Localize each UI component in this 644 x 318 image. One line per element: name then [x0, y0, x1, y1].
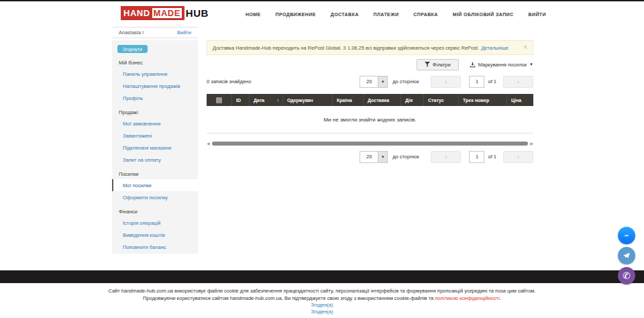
- funnel-icon: [425, 62, 430, 67]
- column-header-id[interactable]: ID: [232, 94, 250, 106]
- scroll-left-icon[interactable]: ◀: [207, 142, 210, 146]
- filters-button[interactable]: Фільтри: [417, 59, 459, 70]
- sidebar-item-connected-shops[interactable]: Підключені магазини: [112, 142, 198, 154]
- page-number-input[interactable]: [469, 76, 484, 88]
- close-icon[interactable]: ×: [523, 44, 527, 51]
- sidebar-item-create-parcel[interactable]: Оформити посилку: [112, 191, 198, 203]
- messenger-bolt-icon: [622, 231, 631, 240]
- parcel-marking-label: Маркування посилок: [478, 62, 527, 68]
- nav-item-account[interactable]: МІЙ ОБЛІКОВИЙ ЗАПИС: [453, 12, 514, 17]
- sidebar-section-sales: Продажі: [112, 104, 198, 117]
- nav-item-promotion[interactable]: ПРОДВИЖЕНИЕ: [276, 12, 316, 17]
- column-header-delivery[interactable]: Доставка: [364, 94, 401, 106]
- nav-item-home[interactable]: HOME: [246, 12, 261, 17]
- download-tray-icon: [470, 62, 476, 68]
- sidebar-item-dashboard[interactable]: Панель управління: [112, 68, 198, 80]
- column-header-price[interactable]: Ціна: [507, 94, 533, 106]
- telegram-plane-icon: [622, 251, 631, 260]
- next-page-button-bottom[interactable]: ›: [503, 151, 533, 163]
- filters-label: Фільтри: [433, 62, 451, 68]
- sidebar-logout-link[interactable]: Вийти: [177, 30, 191, 36]
- page: HANDMADE HUB HOME ПРОДВИЖЕНИЕ ДОСТАВКА П…: [0, 0, 644, 318]
- nav-item-help[interactable]: СПРАВКА: [413, 12, 437, 17]
- cookie-notice-line2: Продовжуючи користуватися сайтом handmad…: [0, 295, 644, 302]
- messenger-icon[interactable]: [618, 227, 635, 244]
- viber-icon[interactable]: ✆: [618, 267, 635, 284]
- sidebar-item-profile[interactable]: Профіль: [112, 92, 198, 104]
- horizontal-scrollbar: ◀ ▶: [207, 141, 533, 146]
- logo-made: MADE: [152, 8, 182, 18]
- pagination-bottom: 20 ▼ до сторінок ‹ of 1 ›: [207, 150, 533, 163]
- chevron-down-icon: ▼: [378, 152, 387, 162]
- chevron-down-icon: ▼: [529, 62, 533, 66]
- sidebar-item-uploaded[interactable]: Завантажені: [112, 129, 198, 142]
- page-size-value: 20: [360, 152, 378, 162]
- prev-page-button[interactable]: ‹: [431, 76, 461, 88]
- column-header-recipient[interactable]: Одержувач: [283, 94, 333, 106]
- nav-item-logout[interactable]: ВИЙТИ: [529, 12, 546, 17]
- page-of-label: of 1: [488, 78, 496, 85]
- column-header-country[interactable]: Країна: [333, 94, 364, 106]
- banner-details-link[interactable]: Детальніше: [481, 45, 508, 51]
- nav-item-payments[interactable]: ПЛАТЕЖИ: [374, 12, 399, 17]
- viber-phone-icon: ✆: [623, 270, 631, 281]
- cookie-notice-line2-text: Продовжуючи користуватися сайтом handmad…: [143, 295, 435, 301]
- column-header-action[interactable]: Дія: [401, 94, 424, 106]
- privacy-policy-link[interactable]: політикою конфіденційності: [435, 295, 500, 301]
- banner-text: Доставка Handmade-Hub переходить на RePo…: [213, 45, 479, 51]
- cookie-notice-line2-period: .: [500, 295, 501, 301]
- next-page-button[interactable]: ›: [503, 76, 533, 88]
- logo-hub: HUB: [186, 7, 209, 19]
- top-header: HANDMADE HUB HOME ПРОДВИЖЕНИЕ ДОСТАВКА П…: [0, 0, 644, 25]
- logo-red-block: HANDMADE: [121, 6, 184, 20]
- scroll-right-icon[interactable]: ▶: [530, 142, 533, 146]
- page-size-select[interactable]: 20 ▼: [360, 76, 388, 88]
- cookie-notice-line1: Сайт handmade-hub.com.ua використовує фа…: [0, 287, 644, 295]
- telegram-icon[interactable]: [618, 247, 635, 264]
- column-header-status[interactable]: Статус: [424, 94, 459, 106]
- logo-hand: HAND: [123, 8, 150, 18]
- page-size-value: 20: [360, 76, 378, 87]
- pager-controls-bottom: 20 ▼ до сторінок ‹ of 1 ›: [360, 151, 533, 163]
- sidebar-item-operations-history[interactable]: Історія операцій: [112, 217, 198, 229]
- sidebar-item-sales-settings[interactable]: Налаштування продажів: [112, 80, 198, 92]
- sidebar-item-my-parcels[interactable]: Мої посилки: [112, 179, 198, 191]
- column-header-track-number[interactable]: Трек номер: [459, 94, 507, 106]
- page-of-label: of 1: [488, 154, 496, 160]
- cookie-agree-link-2[interactable]: Згоден(а): [0, 309, 644, 315]
- chevron-down-icon: ▼: [378, 76, 387, 87]
- sort-asc-icon: ↑: [277, 98, 280, 103]
- sidebar-item-payment-request[interactable]: Запит на оплату: [112, 154, 198, 166]
- footer-dark-bar: [0, 270, 644, 283]
- page-size-select-bottom[interactable]: 20 ▼: [360, 151, 388, 163]
- table-empty-message: Ми не змогли знайти жодних записів.: [207, 106, 533, 133]
- sidebar-section-parcels: Посилки: [112, 166, 198, 179]
- main-nav: HOME ПРОДВИЖЕНИЕ ДОСТАВКА ПЛАТЕЖИ СПРАВК…: [246, 1, 546, 27]
- parcels-table: ID Дата↑ Одержувач Країна Доставка Дія С…: [207, 94, 533, 134]
- page-number-input-bottom[interactable]: [469, 151, 484, 163]
- toolbar: Фільтри Маркування посилок ▼: [207, 59, 533, 70]
- select-all-checkbox[interactable]: [216, 97, 222, 103]
- nav-item-delivery[interactable]: ДОСТАВКА: [331, 12, 359, 17]
- pagination-top: 0 записів знайдено 20 ▼ до сторінок ‹ of…: [207, 75, 533, 88]
- logo[interactable]: HANDMADE HUB: [121, 6, 209, 20]
- sidebar-section-finance: Фінанси: [112, 203, 198, 217]
- column-header-date-label: Дата: [254, 98, 264, 103]
- column-header-date[interactable]: Дата↑: [250, 94, 283, 106]
- sidebar: Згорнути Мій бізнес Панель управління На…: [112, 40, 198, 254]
- scrollbar-thumb[interactable]: [212, 142, 529, 146]
- sidebar-item-withdraw[interactable]: Виведення коштів: [112, 229, 198, 241]
- prev-page-button-bottom[interactable]: ‹: [431, 151, 461, 163]
- user-row: Anastasia I Вийти: [112, 27, 198, 38]
- select-all-cell: [207, 94, 232, 106]
- parcel-marking-button[interactable]: Маркування посилок ▼: [470, 62, 533, 68]
- notification-banner: Доставка Handmade-Hub переходить на RePo…: [207, 40, 533, 55]
- per-page-label: до сторінок: [392, 154, 419, 160]
- sidebar-section-my-business: Мій бізнес: [112, 54, 198, 68]
- cookie-agree-link-1[interactable]: Згоден(а): [0, 302, 644, 309]
- collapse-button[interactable]: Згорнути: [117, 45, 148, 53]
- footer: Сайт handmade-hub.com.ua використовує фа…: [0, 287, 644, 315]
- sidebar-item-my-orders[interactable]: Мої замовлення: [112, 117, 198, 129]
- sidebar-item-top-up[interactable]: Поповнити баланс: [112, 241, 198, 253]
- user-name: Anastasia I: [119, 30, 144, 36]
